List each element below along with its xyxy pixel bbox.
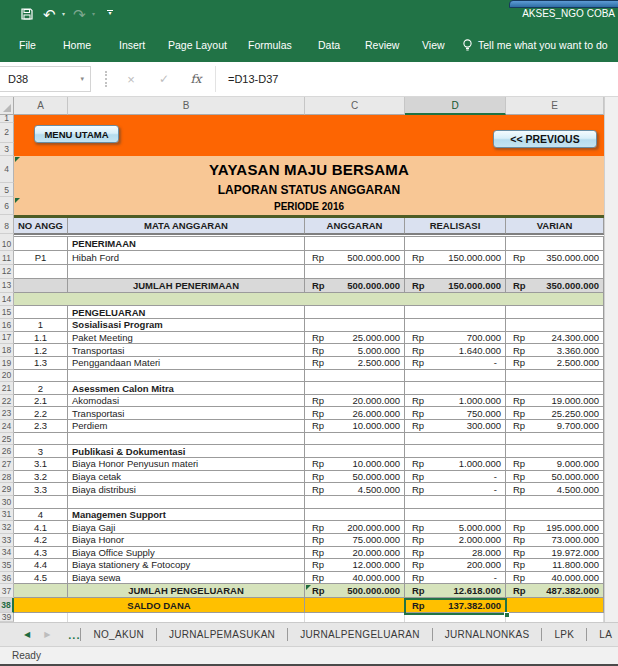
cell-d37[interactable]: Rp12.618.000 [405, 584, 506, 598]
cell-e37[interactable]: Rp487.382.000 [506, 584, 604, 598]
row-header-21[interactable]: 21 [0, 382, 14, 395]
cell-e17[interactable]: Rp24.300.000 [506, 332, 604, 345]
cell-d11[interactable]: Rp150.000.000 [405, 251, 506, 265]
cell-a18[interactable]: 1.2 [14, 344, 68, 357]
cell-c27[interactable]: Rp10.000.000 [305, 458, 405, 471]
cell-e28[interactable]: Rp50.000.000 [506, 471, 604, 484]
cell-e21[interactable] [506, 382, 604, 395]
cell-b11[interactable]: Hibah Ford [68, 251, 305, 265]
cell-e32[interactable]: Rp195.000.000 [506, 521, 604, 534]
cell-c25[interactable] [305, 433, 405, 446]
cell-d23[interactable]: Rp750.000 [405, 407, 506, 420]
cell-a25[interactable] [14, 433, 68, 446]
cell-b18[interactable]: Transportasi [68, 344, 305, 357]
cell-c8[interactable]: ANGGARAN [305, 218, 405, 234]
sheet-tab-no_akun[interactable]: NO_AKUN [81, 623, 155, 646]
cell-e38[interactable] [506, 598, 604, 613]
sheet-tab-lpk[interactable]: LPK [542, 623, 586, 646]
cell-e11[interactable]: Rp350.000.000 [506, 251, 604, 265]
column-header-e[interactable]: E [506, 97, 604, 115]
cell-c13[interactable]: Rp500.000.000 [305, 279, 405, 293]
cell-b29[interactable]: Biaya distribusi [68, 483, 305, 496]
cell-e24[interactable]: Rp9.700.000 [506, 420, 604, 433]
column-header-c[interactable]: C [305, 97, 405, 115]
redo-dropdown-icon[interactable]: ▾ [92, 10, 95, 17]
row-header-16[interactable]: 16 [0, 319, 14, 332]
cell-d19[interactable]: Rp- [405, 357, 506, 370]
row-header-6[interactable]: 6 [0, 197, 14, 215]
cell-b37[interactable]: JUMLAH PENGELUARAN [68, 584, 305, 598]
cell-e23[interactable]: Rp25.250.000 [506, 407, 604, 420]
row-header-17[interactable]: 17 [0, 332, 14, 345]
row-header-39[interactable]: 39 [0, 613, 14, 621]
cell-c39[interactable] [305, 613, 405, 621]
cell-c22[interactable]: Rp20.000.000 [305, 395, 405, 408]
sheet-tab-la[interactable]: LA [587, 623, 618, 646]
cell-d10[interactable] [405, 237, 506, 251]
cell-e15[interactable] [506, 306, 604, 319]
cell-b28[interactable]: Biaya cetak [68, 471, 305, 484]
cell-a11[interactable]: P1 [14, 251, 68, 265]
cell-b21[interactable]: Asessmen Calon Mitra [68, 382, 305, 395]
cell-e39[interactable] [506, 613, 604, 621]
cell-d39[interactable] [405, 613, 506, 621]
cell-e22[interactable]: Rp19.000.000 [506, 395, 604, 408]
banner-text-5[interactable]: LAPORAN STATUS ANGGARAN [14, 183, 604, 197]
cell-b30[interactable] [68, 496, 305, 509]
row-header-12[interactable]: 12 [0, 265, 14, 279]
row-header-36[interactable]: 36 [0, 572, 14, 585]
customize-quick-access-icon[interactable]: ▾ [107, 10, 113, 16]
cell-e12[interactable] [506, 265, 604, 279]
cell-a35[interactable]: 4.4 [14, 559, 68, 572]
cell-c15[interactable] [305, 306, 405, 319]
cell-c29[interactable]: Rp4.500.000 [305, 483, 405, 496]
cell-a21[interactable]: 2 [14, 382, 68, 395]
enter-icon[interactable]: ✓ [153, 66, 175, 92]
cell-d32[interactable]: Rp5.000.000 [405, 521, 506, 534]
cell-b27[interactable]: Biaya Honor Penyusun materi [68, 458, 305, 471]
cell-e8[interactable]: VARIAN [506, 218, 604, 234]
cell-c10[interactable] [305, 237, 405, 251]
cell-e34[interactable]: Rp19.972.000 [506, 547, 604, 560]
name-box[interactable]: D38 ▾ [0, 66, 91, 92]
cell-b38[interactable]: SALDO DANA [14, 598, 305, 613]
row-header-22[interactable]: 22 [0, 395, 14, 408]
cell-c11[interactable]: Rp500.000.000 [305, 251, 405, 265]
row-header-4[interactable]: 4 [0, 156, 14, 183]
fill-handle[interactable] [504, 612, 509, 617]
row-header-32[interactable]: 32 [0, 521, 14, 534]
row-header-25[interactable]: 25 [0, 433, 14, 446]
row-header-26[interactable]: 26 [0, 445, 14, 458]
cell-e29[interactable]: Rp4.500.000 [506, 483, 604, 496]
row-header-23[interactable]: 23 [0, 407, 14, 420]
row-header-24[interactable]: 24 [0, 420, 14, 433]
row-header-18[interactable]: 18 [0, 344, 14, 357]
cell-a37[interactable] [14, 584, 68, 598]
cell-d29[interactable]: Rp- [405, 483, 506, 496]
cell-d33[interactable]: Rp2.000.000 [405, 534, 506, 547]
row-header-13[interactable]: 13 [0, 279, 14, 293]
name-box-dropdown-icon[interactable]: ▾ [80, 75, 90, 83]
row-header-27[interactable]: 27 [0, 458, 14, 471]
banner-text-6[interactable]: PERIODE 2016 [14, 197, 604, 215]
cell-e33[interactable]: Rp73.000.000 [506, 534, 604, 547]
cell-a39[interactable] [14, 613, 68, 621]
cell-c30[interactable] [305, 496, 405, 509]
cell-e27[interactable]: Rp9.000.000 [506, 458, 604, 471]
cell-d8[interactable]: REALISASI [405, 218, 506, 234]
cell-a17[interactable]: 1.1 [14, 332, 68, 345]
cell-a27[interactable]: 3.1 [14, 458, 68, 471]
cell-d24[interactable]: Rp300.000 [405, 420, 506, 433]
banner-text-4[interactable]: YAYASAN MAJU BERSAMA [14, 156, 604, 183]
cell-d22[interactable]: Rp1.000.000 [405, 395, 506, 408]
cell-d27[interactable]: Rp1.000.000 [405, 458, 506, 471]
cell-e31[interactable] [506, 509, 604, 522]
cell-c36[interactable]: Rp40.000.000 [305, 572, 405, 585]
cell-a33[interactable]: 4.2 [14, 534, 68, 547]
row-header-29[interactable]: 29 [0, 483, 14, 496]
cell-c38[interactable] [305, 598, 405, 613]
cell-b12[interactable] [68, 265, 305, 279]
cell-d21[interactable] [405, 382, 506, 395]
cancel-icon[interactable]: × [120, 66, 142, 92]
row-header-31[interactable]: 31 [0, 509, 14, 522]
